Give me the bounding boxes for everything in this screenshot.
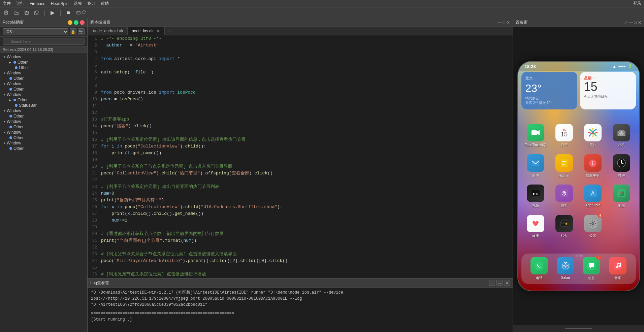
app-row-4: 健康 xyxy=(521,215,636,238)
tree-item[interactable]: Other xyxy=(0,124,87,130)
menu-item-options[interactable]: 选项 xyxy=(74,1,82,6)
app-settings[interactable]: 5 设置 xyxy=(582,215,604,238)
tree-item[interactable]: ▼ Window xyxy=(0,92,87,97)
tree-item[interactable]: ▼ Window xyxy=(0,54,87,60)
menu-item-run[interactable]: 运行 xyxy=(16,1,24,6)
code-line-20: 20 # [利用子节点关系合子节点关系定位元素] 点击进入热门节目界面 xyxy=(88,163,513,170)
app-clock[interactable]: 时钟 xyxy=(611,154,632,178)
device-capture-btn[interactable]: 📷 xyxy=(78,28,85,35)
tree-label: Other xyxy=(13,135,24,140)
editor-header: 脚本编辑窗 — □ ✕ xyxy=(88,18,513,27)
svg-point-19 xyxy=(620,132,622,134)
save-button[interactable] xyxy=(23,9,30,16)
tree-item[interactable]: ▼ Window xyxy=(0,81,87,87)
tab-ios[interactable]: node_ios.air ✕ xyxy=(128,27,165,35)
close-button[interactable] xyxy=(80,20,85,25)
search-input[interactable] xyxy=(3,38,85,45)
safari-label: Safari xyxy=(561,276,570,279)
node-dot xyxy=(13,61,16,64)
app-wallet[interactable]: 钱包 xyxy=(553,215,575,238)
device-close-btn[interactable]: ✕ xyxy=(638,20,641,25)
calendar-top: 星期一 15 xyxy=(584,76,632,93)
expand-icon: ▼ xyxy=(3,120,7,124)
app-photos[interactable]: 照片 xyxy=(582,124,604,147)
tab-close-btn[interactable]: ✕ xyxy=(156,29,160,33)
weather-widget[interactable]: 北京 23° 晴间多云 最高 24° 最低 12° xyxy=(521,72,577,109)
editor-close-btn[interactable]: ✕ xyxy=(507,20,510,25)
device-expand-btn[interactable]: ⤢ xyxy=(624,20,627,25)
app-podcasts[interactable]: 播客 xyxy=(553,185,575,208)
maximize-button[interactable] xyxy=(74,20,78,25)
record-button[interactable] xyxy=(75,9,82,16)
tree-item[interactable]: Other xyxy=(0,76,87,81)
tree-item[interactable]: Other xyxy=(0,87,87,92)
poco-assistant-panel: Poco辅助窗 iOS Android 🔒 📷 🔍 Refresh:[2024-… xyxy=(0,18,88,332)
dock-safari[interactable]: Safari xyxy=(555,257,576,280)
app-appstore[interactable]: A App Store xyxy=(582,185,604,208)
app-notes[interactable]: 备忘录 xyxy=(553,154,575,178)
calendar-app-label: 日历 xyxy=(561,143,568,147)
tree-item[interactable]: ▶ Other xyxy=(0,60,87,65)
code-editor[interactable]: 1 # -*- encoding=utf8 -*- 2 __author__ =… xyxy=(88,35,513,278)
editor-maximize-btn[interactable]: □ xyxy=(503,20,505,25)
run-button[interactable]: ▶ xyxy=(49,9,56,16)
tree-item[interactable]: ▼ Window xyxy=(0,140,87,146)
tree-item[interactable]: StatusBar xyxy=(0,103,87,108)
ios-screen[interactable]: 18:28 ▲ ●●●● 🔋 北京 23° 晴间多云 xyxy=(518,62,639,291)
dock-music[interactable]: 音乐 xyxy=(607,257,629,280)
expand-icon: ▶ xyxy=(8,60,12,64)
calendar-icon: 15 15 xyxy=(555,124,573,141)
stop-button[interactable] xyxy=(65,9,72,16)
tree-item[interactable]: Other xyxy=(0,146,87,151)
device-minimize-btn[interactable]: — xyxy=(629,20,633,25)
log-header: Log查看窗 ↓ — ✕ xyxy=(88,278,513,288)
app-camera[interactable]: 相机 xyxy=(611,124,632,147)
svg-text:A: A xyxy=(591,191,595,196)
editor-minimize-btn[interactable]: — xyxy=(497,20,502,25)
app-calendar[interactable]: 15 15 日历 xyxy=(553,124,575,147)
tree-label: Other xyxy=(13,146,24,151)
minimize-button[interactable] xyxy=(68,20,72,25)
tree-item[interactable]: Other xyxy=(0,135,87,140)
menu-item-headspin[interactable]: HeadSpin xyxy=(51,1,69,6)
device-maximize-btn[interactable]: □ xyxy=(634,20,637,25)
panel-window-controls xyxy=(68,20,85,25)
tree-item[interactable]: ▶ Other xyxy=(0,97,87,103)
app-health[interactable]: 健康 xyxy=(525,215,546,238)
app-maps[interactable]: 地图 xyxy=(611,185,632,208)
dock-messages[interactable]: ! 信息 xyxy=(581,257,602,280)
tree-item[interactable]: Other xyxy=(0,65,87,70)
new-button[interactable] xyxy=(3,9,10,16)
tab-label: node_android.air xyxy=(93,29,123,33)
log-minimize-btn[interactable]: — xyxy=(496,280,503,286)
app-mail[interactable]: 邮件 xyxy=(525,154,546,178)
menu-item-sign[interactable]: 签订 xyxy=(87,1,95,6)
tab-android[interactable]: node_android.air xyxy=(89,27,128,35)
login-button[interactable]: 登录 xyxy=(633,1,641,6)
app-appletv[interactable]: ▶ tv 视频 xyxy=(525,185,546,208)
tree-item[interactable]: ▼ Window xyxy=(0,108,87,113)
device-panel-title: 设备窗 xyxy=(516,20,528,25)
menu-item-file[interactable]: 文件 xyxy=(3,1,11,6)
log-close-btn[interactable]: ✕ xyxy=(504,280,510,286)
app-facetime[interactable]: FaceTime通话 xyxy=(525,124,546,147)
log-content[interactable]: "D:\Download\AirtestIDE-win-1.2.17 (社区版)… xyxy=(88,288,513,332)
add-tab-btn[interactable]: + xyxy=(165,27,173,35)
device-select-dropdown[interactable]: iOS Android xyxy=(3,28,68,35)
menu-item-help[interactable]: 帮助 xyxy=(101,1,109,6)
device-lock-btn[interactable]: 🔒 xyxy=(70,28,76,35)
tree-item[interactable]: ▼ Window xyxy=(0,119,87,124)
dock-phone[interactable]: 电话 xyxy=(528,257,550,280)
tree-item[interactable]: ▼ Window xyxy=(0,70,87,76)
tabs-bar: node_android.air node_ios.air ✕ + xyxy=(88,27,513,35)
calendar-widget[interactable]: 星期一 15 今天无其他日程 xyxy=(580,72,636,109)
open-button[interactable] xyxy=(13,9,20,16)
app-reminders[interactable]: 提醒事项 xyxy=(582,154,604,178)
log-scroll-btn[interactable]: ↓ xyxy=(489,280,495,286)
saveas-button[interactable] xyxy=(33,9,40,16)
notes-label: 备忘录 xyxy=(559,173,569,178)
tree-label: Other xyxy=(13,114,24,119)
tree-item[interactable]: ▼ Window xyxy=(0,130,87,135)
menu-item-firebase[interactable]: Firebase xyxy=(30,1,45,6)
tree-item[interactable]: Other xyxy=(0,113,87,119)
